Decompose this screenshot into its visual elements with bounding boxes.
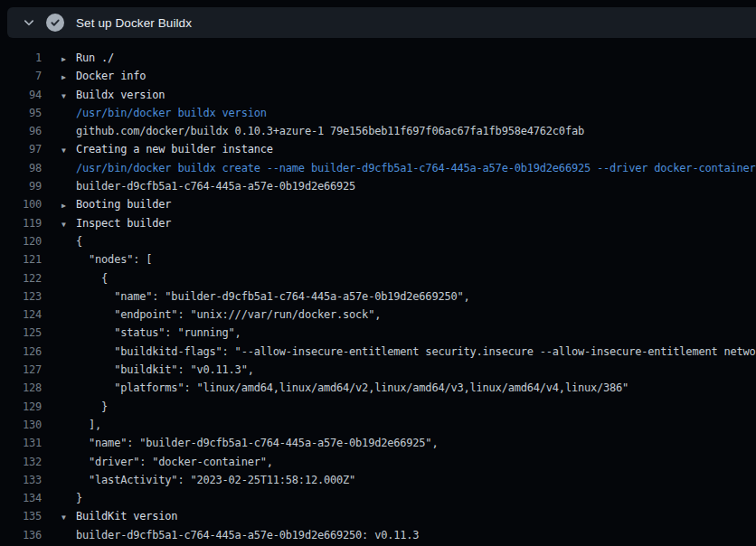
line-number: 94 (0, 86, 42, 104)
log-line: 123 "name": "builder-d9cfb5a1-c764-445a-… (0, 287, 756, 306)
check-circle-icon (46, 14, 64, 32)
log-text: } (76, 489, 82, 507)
line-number: 124 (0, 306, 42, 324)
log-line: 127 "buildkit": "v0.11.3", (0, 361, 756, 379)
log-line: 96 github.com/docker/buildx 0.10.3+azure… (0, 122, 756, 140)
line-number: 122 (0, 269, 42, 287)
log-text: "lastActivity": "2023-02-25T11:58:12.000… (76, 471, 355, 489)
line-number: 123 (0, 287, 42, 306)
log-line: 95 /usr/bin/docker buildx version (0, 104, 756, 122)
log-text: { (76, 269, 108, 287)
caret-icon[interactable]: ▼ (61, 88, 76, 106)
log-text: ], (76, 416, 101, 434)
log-line: 134 } (0, 489, 756, 507)
log-line[interactable]: 94 ▼ Buildx version (0, 86, 756, 104)
line-number: 100 (0, 195, 42, 213)
caret-icon[interactable]: ▶ (61, 69, 76, 87)
log-text: github.com/docker/buildx 0.10.3+azure-1 … (76, 122, 584, 140)
line-number: 125 (0, 324, 42, 342)
log-line: 129 } (0, 398, 756, 416)
caret-icon[interactable]: ▶ (61, 51, 76, 69)
log-line[interactable]: 1 ▶ Run ./ (0, 49, 756, 67)
line-number: 121 (0, 250, 42, 268)
log-line[interactable]: 119 ▼ Inspect builder (0, 214, 756, 232)
log-text: "name": "builder-d9cfb5a1-c764-445a-a57e… (76, 287, 470, 306)
log-line: 132 "driver": "docker-container", (0, 453, 756, 471)
log-text: "platforms": "linux/amd64,linux/amd64/v2… (76, 379, 628, 397)
line-number: 129 (0, 398, 42, 416)
log-text: /usr/bin/docker buildx version (76, 104, 267, 122)
log-text: Creating a new builder instance (76, 140, 273, 158)
caret-icon[interactable]: ▼ (61, 509, 76, 527)
log-text: "driver": "docker-container", (76, 453, 273, 471)
log-line[interactable]: 135 ▼ BuildKit version (0, 507, 756, 525)
log-text: builder-d9cfb5a1-c764-445a-a57e-0b19d2e6… (76, 526, 419, 544)
line-number: 97 (0, 140, 42, 158)
log-line: 99 builder-d9cfb5a1-c764-445a-a57e-0b19d… (0, 177, 756, 195)
log-text: Run ./ (76, 49, 114, 67)
line-number: 119 (0, 214, 42, 232)
log-text: Docker info (76, 67, 146, 85)
step-header[interactable]: Set up Docker Buildx (7, 7, 756, 38)
line-number: 132 (0, 453, 42, 471)
log-line: 131 "name": "builder-d9cfb5a1-c764-445a-… (0, 434, 756, 452)
log-line: 125 "status": "running", (0, 324, 756, 342)
line-number: 127 (0, 361, 42, 379)
log-text: } (76, 398, 108, 416)
line-number: 135 (0, 507, 42, 525)
log-text: "buildkitd-flags": "--allow-insecure-ent… (76, 343, 756, 361)
log-text: "name": "builder-d9cfb5a1-c764-445a-a57e… (76, 434, 438, 452)
log-text: { (76, 232, 82, 250)
log-line: 130 ], (0, 416, 756, 434)
line-number: 130 (0, 416, 42, 434)
line-number: 98 (0, 159, 42, 177)
log-text: "status": "running", (76, 324, 241, 342)
log-line: 126 "buildkitd-flags": "--allow-insecure… (0, 343, 756, 361)
chevron-down-icon[interactable] (23, 16, 35, 29)
log-line: 121 "nodes": [ (0, 250, 756, 268)
log-text: Inspect builder (76, 214, 171, 232)
log-line: 133 "lastActivity": "2023-02-25T11:58:12… (0, 471, 756, 489)
line-number: 120 (0, 232, 42, 250)
log-text: "nodes": [ (76, 250, 152, 268)
log-line: 128 "platforms": "linux/amd64,linux/amd6… (0, 379, 756, 397)
log-line: 136 builder-d9cfb5a1-c764-445a-a57e-0b19… (0, 526, 756, 544)
log-line: 124 "endpoint": "unix:///var/run/docker.… (0, 306, 756, 324)
line-number: 136 (0, 526, 42, 544)
line-number: 128 (0, 379, 42, 397)
log-text: builder-d9cfb5a1-c764-445a-a57e-0b19d2e6… (76, 177, 355, 195)
line-number: 131 (0, 434, 42, 452)
caret-icon[interactable]: ▼ (61, 216, 76, 234)
log-lines: 1 ▶ Run ./ 7 ▶ Docker info 94 ▼ Buildx v… (0, 38, 756, 546)
log-line: 122 { (0, 269, 756, 287)
log-text: "endpoint": "unix:///var/run/docker.sock… (76, 306, 381, 324)
line-number: 133 (0, 471, 42, 489)
log-line[interactable]: 97 ▼ Creating a new builder instance (0, 140, 756, 158)
line-number: 7 (0, 67, 42, 85)
line-number: 95 (0, 104, 42, 122)
caret-icon[interactable]: ▶ (61, 197, 76, 215)
log-text: BuildKit version (76, 507, 177, 525)
line-number: 134 (0, 489, 42, 507)
log-text: /usr/bin/docker buildx create --name bui… (76, 159, 756, 177)
log-line: 98 /usr/bin/docker buildx create --name … (0, 159, 756, 177)
step-title: Set up Docker Buildx (76, 16, 192, 30)
log-line[interactable]: 100 ▶ Booting builder (0, 195, 756, 213)
line-number: 99 (0, 177, 42, 195)
log-line: 120 { (0, 232, 756, 250)
log-text: "buildkit": "v0.11.3", (76, 361, 254, 379)
line-number: 1 (0, 49, 42, 67)
caret-icon[interactable]: ▼ (61, 142, 76, 160)
line-number: 96 (0, 122, 42, 140)
log-text: Buildx version (76, 86, 165, 104)
log-line[interactable]: 7 ▶ Docker info (0, 67, 756, 85)
line-number: 126 (0, 343, 42, 361)
log-text: Booting builder (76, 195, 171, 213)
